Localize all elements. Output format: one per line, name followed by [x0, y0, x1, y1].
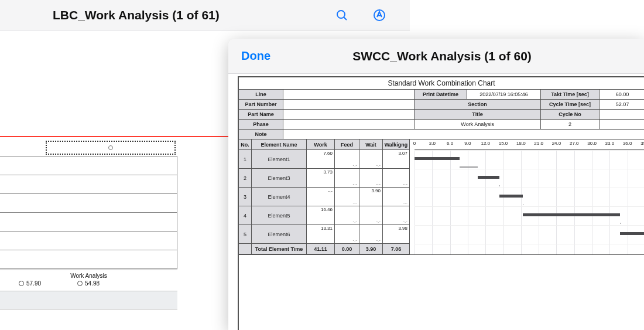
gridline — [539, 150, 539, 254]
row-work: 13.31 — [307, 225, 335, 243]
label-title: Title — [415, 110, 541, 119]
lbc-value-1[interactable]: 57.90 — [19, 280, 41, 287]
axis-tick: 12.0 — [481, 141, 490, 146]
label-cycle-time: Cycle Time [sec] — [541, 100, 600, 109]
gridline — [450, 150, 451, 254]
label-partnum: Part Number — [239, 100, 283, 109]
value-note — [283, 130, 644, 139]
axis-tick: 33.0 — [605, 141, 615, 146]
axis-tick: 18.0 — [516, 141, 526, 146]
lbc-strip — [0, 291, 177, 309]
gridline — [592, 150, 592, 254]
hdr-row-1: Line Print Datetime 2022/07/19 16:05:46 … — [239, 90, 644, 100]
hdr-row-2: Part Number Section Cycle Time [sec] 52.… — [239, 100, 644, 110]
col-work: Work — [307, 140, 335, 149]
row-work: -.- — [307, 188, 335, 206]
hdr-row-5: Note — [239, 130, 644, 140]
col-wait: Wait — [359, 140, 383, 149]
gridline — [415, 169, 644, 169]
table-row: 5Element613.31-.--.-3.98 — [239, 225, 409, 244]
label-phase: Phase — [239, 120, 283, 129]
value-cycle-no-blank — [600, 110, 644, 119]
lbc-footer: Work Analysis 57.90 54.98 — [0, 270, 177, 290]
row-walk: -.- — [383, 188, 409, 206]
row-no: 4 — [239, 206, 252, 224]
total-work: 41.11 — [307, 244, 335, 254]
row-feed: -.- — [335, 188, 359, 206]
gantt-bar — [478, 176, 500, 179]
table-row: 4Element516.46-.--.--.- — [239, 206, 409, 225]
lbc-toolbar: LBC_Work Analysis (1 of 61) — [0, 0, 410, 30]
row-no: 2 — [239, 169, 252, 187]
gridline — [485, 150, 486, 254]
lbc-footer-title: Work Analysis — [16, 273, 161, 279]
row-feed: -.- — [335, 169, 359, 187]
doc-blank — [239, 254, 644, 330]
label-partname: Part Name — [239, 110, 283, 119]
value-takt: 60.00 — [600, 90, 644, 99]
gridline — [521, 150, 522, 254]
doc-main: No. Element Name Work Feed Wait Walkigng… — [239, 140, 644, 254]
swcc-title: SWCC_Work Analysis (1 of 60) — [270, 49, 631, 63]
total-walk: 7.06 — [383, 244, 409, 254]
row-walk: -.- — [383, 206, 409, 224]
label-line: Line — [239, 90, 283, 99]
total-wait: 3.90 — [359, 244, 383, 254]
value-cycle-no: 2 — [541, 120, 600, 129]
value-cycle-time: 52.07 — [600, 100, 644, 109]
axis-tick: 21.0 — [534, 141, 543, 146]
selection-box[interactable] — [46, 141, 176, 155]
svg-point-0 — [337, 11, 345, 18]
gridline — [415, 225, 644, 226]
lbc-title: LBC_Work Analysis (1 of 61) — [53, 8, 220, 22]
total-label: Total Element Time — [252, 244, 307, 254]
gantt-bar — [499, 195, 522, 198]
gridline — [432, 150, 433, 254]
lbc-value-2[interactable]: 54.98 — [77, 280, 100, 287]
chart-plot — [415, 150, 644, 254]
label-cycle-no: Cycle No — [541, 110, 600, 119]
element-table: No. Element Name Work Feed Wait Walkigng… — [239, 140, 409, 254]
table-row: 3Element4-.--.-3.90-.- — [239, 188, 409, 206]
chart-axis: 03.06.09.012.015.018.021.024.027.030.033… — [415, 140, 644, 150]
gridline — [468, 150, 468, 254]
axis-tick: 39.0 — [640, 141, 644, 146]
gridline — [415, 188, 644, 188]
row-no: 1 — [239, 150, 252, 168]
row-no: 5 — [239, 225, 252, 243]
row-walk: 3.07 — [383, 150, 409, 168]
value-title: Work Analysis — [415, 120, 541, 129]
gantt-chart: 03.06.09.012.015.018.021.024.027.030.033… — [409, 140, 644, 254]
row-work: 7.60 — [307, 150, 335, 168]
col-walk: Walkigng — [383, 140, 409, 149]
axis-tick: 15.0 — [499, 141, 508, 146]
done-button[interactable]: Done — [241, 49, 270, 63]
col-feed: Feed — [335, 140, 359, 149]
row-feed: -.- — [335, 206, 359, 224]
swcc-document[interactable]: Standard Work Combination Chart Line Pri… — [238, 76, 644, 330]
table-row: 1Element17.60-.--.-3.07 — [239, 150, 409, 169]
value-print-dt: 2022/07/19 16:05:46 — [467, 90, 541, 99]
row-feed: -.- — [335, 150, 359, 168]
search-icon[interactable] — [334, 7, 350, 23]
hdr-row-4: Phase Work Analysis 2 — [239, 120, 644, 130]
markup-icon[interactable] — [371, 7, 388, 23]
row-name: Element4 — [252, 188, 307, 206]
row-work: 16.46 — [307, 206, 335, 224]
gantt-connector — [523, 204, 523, 205]
gridline — [503, 150, 504, 254]
doc-title: Standard Work Combination Chart — [239, 77, 644, 90]
row-wait: -.- — [359, 169, 383, 187]
row-name: Element6 — [252, 225, 307, 243]
svg-line-1 — [344, 17, 347, 20]
element-table-head: No. Element Name Work Feed Wait Walkigng — [239, 140, 409, 150]
col-no: No. — [239, 140, 252, 149]
total-feed: 0.00 — [335, 244, 359, 254]
row-name: Element3 — [252, 169, 307, 187]
row-wait: -.- — [359, 150, 383, 168]
value-phase — [283, 120, 415, 129]
gridline — [415, 150, 644, 151]
axis-tick: 30.0 — [587, 141, 597, 146]
row-work: 3.73 — [307, 169, 335, 187]
gantt-bar — [523, 213, 620, 216]
